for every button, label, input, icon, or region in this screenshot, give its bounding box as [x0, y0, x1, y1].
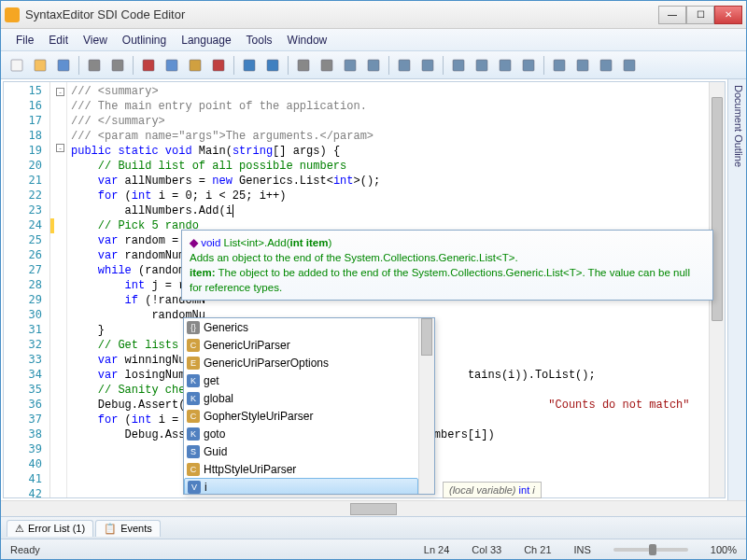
code-line[interactable]: /// <param name="args">The arguments.</p…: [71, 129, 705, 144]
open-button[interactable]: [30, 55, 50, 76]
svg-rect-18: [476, 60, 487, 71]
toolbar: [1, 51, 746, 79]
autocomplete-item[interactable]: Kgoto: [184, 425, 418, 442]
svg-rect-6: [166, 60, 177, 71]
copy-button[interactable]: [162, 55, 182, 76]
status-col: Col 33: [472, 544, 501, 555]
minimize-button[interactable]: —: [658, 6, 686, 24]
fold-toggle[interactable]: -: [56, 88, 64, 96]
tooltip-description: Adds an object to the end of the System.…: [190, 250, 705, 265]
align-l-button[interactable]: [448, 55, 469, 76]
preview-button[interactable]: [107, 55, 128, 76]
menu-window[interactable]: Window: [280, 32, 335, 49]
code-line[interactable]: var allNumbers = new Generics.List<int>(…: [71, 174, 705, 189]
fold-column: --: [54, 82, 67, 497]
comment-button[interactable]: [495, 55, 515, 76]
bottom-tab-events[interactable]: 📋Events: [95, 520, 161, 537]
horizontal-scrollbar[interactable]: [1, 500, 746, 516]
code-line[interactable]: /// <summary>: [71, 84, 705, 99]
replace-button[interactable]: [317, 55, 337, 76]
statusbar: Ready Ln 24 Col 33 Ch 21 INS 100%: [1, 539, 746, 559]
outdent-button[interactable]: [394, 55, 415, 76]
svg-rect-10: [267, 60, 278, 71]
menu-tools[interactable]: Tools: [239, 32, 280, 49]
bookmark-prev-button[interactable]: [572, 55, 593, 76]
status-zoom: 100%: [711, 544, 737, 555]
app-window: SyntaxEditor SDI Code Editor — ☐ ✕ FileE…: [0, 0, 747, 560]
svg-rect-13: [345, 60, 356, 71]
svg-rect-20: [523, 60, 534, 71]
svg-rect-7: [190, 60, 201, 71]
autocomplete-item[interactable]: EGenericUriParserOptions: [184, 354, 418, 371]
menu-outlining[interactable]: Outlining: [115, 32, 174, 49]
main-area: 1516171819202122232425262728293031323334…: [1, 79, 746, 500]
code-line[interactable]: /// The main entry point of the applicat…: [71, 99, 705, 114]
svg-rect-22: [577, 60, 588, 71]
autocomplete-item[interactable]: CGopherStyleUriParser: [184, 407, 418, 425]
autocomplete-item[interactable]: SGuid: [184, 442, 418, 460]
titlebar: SyntaxEditor SDI Code Editor — ☐ ✕: [1, 1, 746, 29]
autocomplete-item[interactable]: CGenericUriParser: [184, 336, 418, 354]
line-number-gutter: 1516171819202122232425262728293031323334…: [4, 82, 50, 497]
autocomplete-item[interactable]: {}Generics: [184, 318, 418, 336]
bookmark-button[interactable]: [549, 55, 570, 76]
status-ins: INS: [574, 544, 591, 555]
document-outline-tab[interactable]: Document Outline: [727, 79, 746, 500]
svg-rect-21: [554, 60, 565, 71]
select-button[interactable]: [340, 55, 360, 76]
svg-rect-23: [600, 60, 612, 71]
status-ch: Ch 21: [524, 544, 551, 555]
find-button[interactable]: [293, 55, 314, 76]
app-icon: [5, 7, 20, 22]
svg-rect-0: [11, 60, 22, 71]
menu-view[interactable]: View: [76, 32, 115, 49]
fold-toggle[interactable]: -: [56, 144, 64, 152]
autocomplete-hint: (local variable) int i: [443, 482, 542, 498]
autocomplete-item[interactable]: Kget: [184, 371, 418, 389]
autocomplete-popup[interactable]: {}GenericsCGenericUriParserEGenericUriPa…: [183, 317, 435, 495]
print-button[interactable]: [84, 55, 105, 76]
bottom-tab-error-list-[interactable]: ⚠Error List (1): [7, 520, 93, 537]
redo-button[interactable]: [262, 55, 283, 76]
uncomment-button[interactable]: [518, 55, 539, 76]
svg-rect-3: [89, 60, 100, 71]
code-line[interactable]: for (int i = 0; i < 25; i++): [71, 189, 705, 203]
undo-button[interactable]: [239, 55, 260, 76]
code-line[interactable]: allNumbers.Add(i: [71, 203, 705, 218]
autocomplete-scrollbar[interactable]: [418, 318, 434, 494]
cut-button[interactable]: [138, 55, 159, 76]
autocomplete-item[interactable]: Vi: [184, 478, 418, 494]
format-button[interactable]: [363, 55, 384, 76]
menu-language[interactable]: Language: [174, 32, 238, 49]
maximize-button[interactable]: ☐: [686, 6, 714, 24]
indent-button[interactable]: [417, 55, 438, 76]
code-line[interactable]: /// </summary>: [71, 114, 705, 129]
editor: 1516171819202122232425262728293031323334…: [3, 81, 726, 498]
menu-edit[interactable]: Edit: [41, 32, 76, 49]
status-line: Ln 24: [424, 544, 450, 555]
close-button[interactable]: ✕: [714, 6, 742, 24]
bookmark-clear-button[interactable]: [619, 55, 640, 76]
menu-file[interactable]: File: [8, 32, 41, 49]
svg-rect-2: [58, 60, 69, 71]
svg-rect-14: [368, 60, 379, 71]
bookmark-next-button[interactable]: [596, 55, 616, 76]
new-button[interactable]: [7, 55, 27, 76]
svg-rect-15: [399, 60, 410, 71]
parameter-info-tooltip: ◆ void List<int>.Add(int item) Adds an o…: [181, 230, 713, 301]
code-line[interactable]: // Build list of all possible numbers: [71, 159, 705, 174]
paste-button[interactable]: [185, 55, 205, 76]
svg-rect-8: [213, 60, 224, 71]
align-r-button[interactable]: [472, 55, 492, 76]
window-title: SyntaxEditor SDI Code Editor: [25, 7, 658, 21]
status-ready: Ready: [10, 544, 40, 555]
autocomplete-item[interactable]: Kglobal: [184, 389, 418, 407]
menubar: FileEditViewOutliningLanguageToolsWindow: [1, 29, 746, 51]
save-button[interactable]: [53, 55, 74, 76]
svg-rect-17: [453, 60, 464, 71]
svg-rect-11: [298, 60, 309, 71]
autocomplete-item[interactable]: CHttpStyleUriParser: [184, 460, 418, 478]
code-line[interactable]: public static void Main(string[] args) {: [71, 144, 705, 159]
delete-button[interactable]: [208, 55, 229, 76]
zoom-slider[interactable]: [613, 548, 688, 552]
